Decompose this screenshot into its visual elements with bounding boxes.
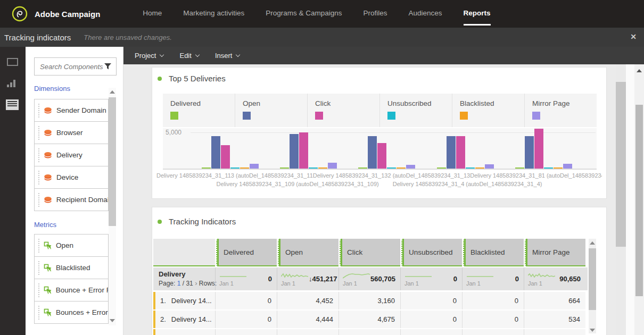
row-name: Delivery 14... [171,315,212,323]
header-cell-unsubscribed[interactable]: Unsubscribed [401,239,462,266]
nav-item-programs-campaigns[interactable]: Programs & Campaigns [255,0,352,28]
content-scrollbar[interactable] [616,64,626,335]
y-axis-tick: 5,000 [166,129,181,136]
header-cell-click[interactable]: Click [340,239,400,266]
page-scrollbar-thumb[interactable] [635,105,643,296]
sparkline-icon: Jan 1 [219,272,247,286]
right-gap [626,64,634,335]
component-label: Recipient Domain [56,196,108,204]
scroll-up-icon[interactable] [590,241,595,245]
panel-scrollbar-thumb[interactable] [109,97,116,226]
header-label: Unsubscribed [409,248,453,256]
drag-handle-icon [38,306,40,320]
bar-mirror-page [250,164,259,169]
row-value-cell: 3,160 [338,292,400,309]
scroll-up-icon[interactable] [637,69,642,72]
page-separator: / [183,280,184,287]
row-value-cell: 534 [524,311,585,328]
table-row[interactable]: 1.Delivery 14...04,4523,16000664 [153,292,588,309]
next-page-icon[interactable]: › [195,279,197,287]
component-item[interactable]: Blacklisted [34,257,109,279]
panel-scrollbar[interactable] [109,88,116,325]
menu-insert[interactable]: Insert [210,50,245,61]
page-total: 31 [186,280,193,287]
sparkline-icon: Jan 1 [528,272,556,286]
drag-handle-icon [38,126,40,140]
content-scrollbar-thumb[interactable] [616,82,626,247]
menu-label: Project [135,52,156,60]
legend-item[interactable]: Blacklisted [452,94,525,127]
legend-item[interactable]: Open [235,94,308,127]
bar-chart-icon[interactable] [7,80,18,87]
legend-item[interactable]: Unsubscribed [380,94,452,127]
component-item[interactable]: Bounce + Error Rat [34,279,109,302]
component-item[interactable]: Sender Domain [34,99,109,122]
component-label: Delivery [56,151,82,159]
table-scrollbar-thumb[interactable] [589,248,596,310]
search-input[interactable] [35,62,104,71]
header-cell-open[interactable]: Open [278,239,338,266]
component-item[interactable]: Delivery [34,144,109,166]
legend-swatch [532,112,540,120]
x-axis-label: Delivery 1485839234_31_113 (autoDel_1485… [156,172,313,179]
pagination: Page: 1 / 31 › Rows: [159,279,215,287]
chevron-down-icon [195,53,200,57]
nav-item-marketing-activities[interactable]: Marketing activities [172,0,255,28]
component-item[interactable]: Device [34,166,109,189]
sparkline-icon: Jan 1 [404,272,432,286]
x-axis-labels-row2: Delivery 1485839234_31_109 (autoDel_1485… [156,181,602,187]
list-view-icon[interactable] [6,99,19,110]
scroll-up-icon[interactable] [110,90,115,94]
bar-mirror-page [406,165,415,169]
sparkline-icon: Jan 1 [343,272,370,286]
component-label: Sender Domain [56,106,106,114]
scroll-down-icon[interactable] [110,319,115,322]
sparkline-date: Jan 1 [528,281,556,286]
bar-mirror-page [563,164,572,169]
table-scrollbar[interactable] [589,239,596,333]
x-axis-label: Delivery 1485839234_31_109 (autoDel_1485… [217,181,379,187]
scroll-down-icon[interactable] [590,329,595,332]
legend-item[interactable]: Mirror Page [525,94,597,127]
header-cell-mirror-page[interactable]: Mirror Page [525,239,585,266]
column-drag-handle-icon [278,239,280,266]
legend-swatch [387,112,395,120]
row-value-cell: 0 [462,311,524,328]
nav-item-profiles[interactable]: Profiles [352,0,398,28]
legend-item[interactable]: Delivered [163,94,235,127]
nav-item-audiences[interactable]: Audiences [398,0,452,28]
menu-label: Insert [215,52,233,60]
nav-item-reports[interactable]: Reports [453,0,501,28]
page-current-link[interactable]: 1 [177,280,181,287]
legend-swatch [170,112,178,120]
table-header-row: DeliveredOpenClickUnsubscribedBlackliste… [153,239,588,266]
component-item[interactable]: Open [34,234,109,257]
page-scrollbar[interactable] [634,64,644,335]
component-item[interactable]: Bounces + Errors [34,302,109,324]
menu-edit[interactable]: Edit [175,50,203,61]
x-axis-label: Delivery 1485839234_31_4 (autoDel_148583… [393,181,542,187]
component-item[interactable]: Browser [34,122,109,144]
component-item[interactable]: Recipient Domain [34,189,109,211]
table-row[interactable]: 2.Delivery 14...04,4444,67500534 [153,311,588,328]
drag-handle-icon [38,283,40,297]
layout-frame-icon[interactable] [7,58,18,66]
row-value-cell: 0 [400,292,462,309]
row-name-cell: 2.Delivery 14... [153,311,215,328]
bar-open [525,136,534,169]
legend-label: Open [243,99,307,107]
header-cell-blacklisted[interactable]: Blacklisted [463,239,524,266]
x-axis-baseline [163,169,597,170]
header-cell-empty [153,239,215,266]
drag-handle-icon [38,148,40,162]
nav-item-home[interactable]: Home [132,0,172,28]
summary-cell: Jan 10 [400,267,462,290]
close-icon[interactable]: ✕ [630,32,637,41]
menu-project[interactable]: Project [130,50,168,61]
header-cell-delivered[interactable]: Delivered [216,239,277,266]
drag-handle-icon [38,261,40,275]
filter-funnel-icon[interactable] [104,63,112,70]
legend-swatch [460,112,468,120]
bar-groups [181,128,593,169]
legend-item[interactable]: Click [308,94,380,127]
